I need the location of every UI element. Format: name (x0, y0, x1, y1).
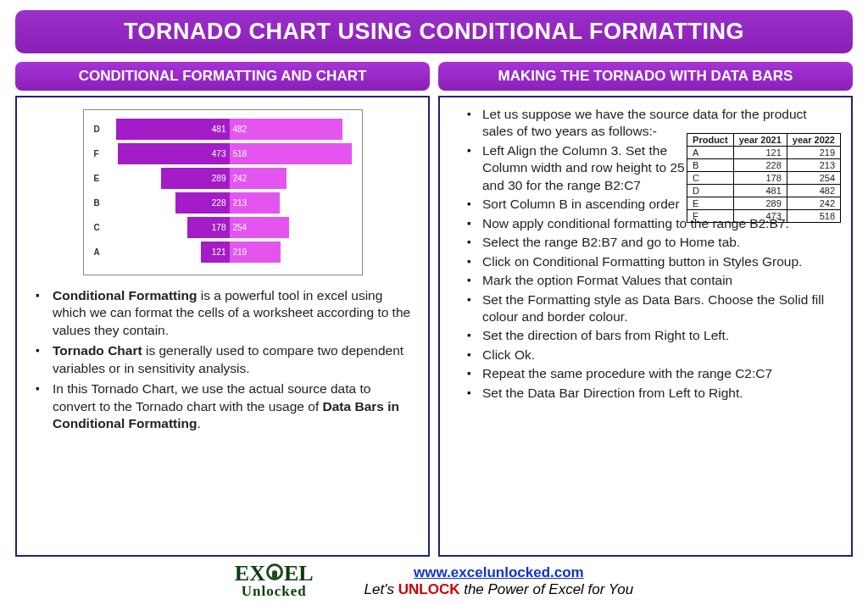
step-11: Repeat the same procedure with the range… (457, 365, 839, 382)
bar-left: 121 (201, 241, 230, 263)
tagline-unlock: UNLOCK (398, 581, 460, 597)
logo: EXEL Unlocked (235, 563, 314, 598)
step-3: Sort Column B in ascending order (457, 196, 839, 213)
page-title: TORNADO CHART USING CONDITIONAL FORMATTI… (15, 10, 853, 53)
chart-category-label: B (94, 198, 108, 208)
bar-left: 473 (118, 143, 229, 164)
tornado-chart: D481482F473518E289242B228213C178254A1212… (83, 109, 363, 275)
chart-row: F473518 (94, 143, 352, 164)
step-6: Click on Conditional Formatting button i… (457, 253, 839, 270)
bar-left: 228 (175, 192, 229, 214)
bar-right: 242 (230, 168, 287, 189)
left-bullet-2: Tornado Chart is generally used to compa… (34, 342, 416, 377)
chart-category-label: C (94, 223, 108, 232)
bar-right: 213 (230, 192, 280, 214)
term-tornado-chart: Tornado Chart (53, 343, 142, 358)
step-10: Click Ok. (457, 347, 839, 364)
left-bullet-1: Conditional Formatting is a powerful too… (34, 287, 416, 339)
logo-subtext: Unlocked (242, 585, 307, 598)
bar-right: 254 (230, 217, 290, 238)
chart-row: D481482 (94, 119, 352, 140)
website-link[interactable]: www.excelunlocked.com (414, 564, 584, 580)
term-conditional-formatting: Conditional Formatting (53, 288, 197, 302)
text: . (197, 416, 200, 430)
lock-icon (266, 563, 283, 580)
chart-row: A121219 (94, 241, 352, 263)
left-subheader: CONDITIONAL FORMATTING AND CHART (15, 62, 430, 91)
bar-left: 178 (187, 217, 229, 238)
chart-category-label: F (94, 149, 108, 158)
step-8: Set the Formatting style as Data Bars. C… (457, 291, 839, 326)
step-2: Left Align the Column 3. Set the Column … (457, 142, 839, 194)
step-4: Now apply conditional formatting to the … (457, 215, 839, 232)
step-7: Mark the option Format Values that conta… (457, 272, 839, 289)
chart-row: C178254 (94, 217, 352, 238)
chart-row: B228213 (94, 192, 352, 214)
bar-left: 481 (116, 119, 230, 140)
left-bullet-3: In this Tornado Chart, we use the actual… (34, 380, 416, 432)
step-12: Set the Data Bar Direction from Left to … (457, 385, 839, 402)
tagline-c: the Power of Excel for You (459, 581, 633, 597)
bar-right: 518 (230, 143, 352, 164)
bar-right: 219 (230, 241, 281, 263)
chart-category-label: A (94, 247, 108, 257)
step-1: Let us suppose we have the source data f… (457, 106, 839, 141)
chart-category-label: E (94, 174, 108, 183)
bar-left: 289 (161, 168, 229, 189)
footer: EXEL Unlocked www.excelunlocked.com Let'… (15, 557, 853, 598)
step-5: Select the range B2:B7 and go to Home ta… (457, 234, 839, 251)
chart-category-label: D (94, 125, 108, 134)
right-subheader: MAKING THE TORNADO WITH DATA BARS (438, 62, 853, 91)
step-9: Set the direction of bars from Right to … (457, 327, 839, 344)
bar-right: 482 (230, 119, 343, 140)
chart-row: E289242 (94, 168, 352, 189)
tagline-a: Let's (364, 581, 398, 597)
